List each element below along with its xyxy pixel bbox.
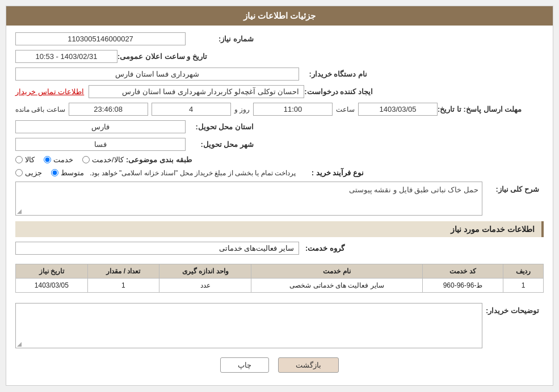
city-label: شهر محل تحویل: [186, 140, 254, 149]
col-unit: واحد اندازه گیری [159, 264, 251, 279]
print-button[interactable]: چاپ [220, 357, 269, 373]
category-kala-khadamat-item[interactable]: کالا/خدمت [82, 155, 124, 164]
desc-value: حمل خاک نباتی طبق فایل و نقشه پیوستی [349, 186, 478, 194]
service-info-header: اطلاعات خدمات مورد نیاز [15, 221, 544, 237]
process-motovaset-radio[interactable] [51, 169, 58, 176]
buyer-org-label: نام دستگاه خریدار: [299, 70, 367, 78]
province-label: استان محل تحویل: [186, 123, 254, 131]
process-radio-group: متوسط جزیی [15, 168, 84, 177]
contact-link[interactable]: اطلاعات تماس خریدار [15, 87, 84, 96]
deadline-time: 11:00 [253, 103, 333, 116]
deadline-day-label: روز و [234, 106, 250, 113]
buttons-row: بازگشت چاپ [15, 357, 544, 378]
table-cell: ط-96-96-960 [422, 279, 503, 293]
process-jazei-item[interactable]: جزیی [15, 168, 42, 177]
col-date: تاریخ نیاز [16, 264, 88, 279]
deadline-date: 1403/03/05 [358, 103, 438, 116]
page-title: جزئیات اطلاعات نیاز [6, 6, 553, 26]
service-group-label: گروه خدمت: [299, 244, 344, 252]
process-label: نوع فرآیند خرید : [296, 168, 364, 177]
need-number-value: 1103005146000027 [15, 32, 186, 45]
col-code: کد خدمت [422, 264, 503, 279]
date-time-value: 1403/02/31 - 10:53 [15, 50, 117, 63]
category-kala-item[interactable]: کالا [15, 155, 35, 164]
process-jazei-label: جزیی [25, 168, 42, 177]
back-button[interactable]: بازگشت [278, 357, 339, 373]
table-row: 1ط-96-96-960سایر فعالیت های خدماتی شخصیع… [16, 279, 544, 293]
table-cell: 1 [87, 279, 159, 293]
category-kala-label: کالا [25, 155, 35, 164]
process-jazei-radio[interactable] [15, 169, 23, 176]
deadline-remaining: 23:46:08 [69, 103, 148, 116]
col-row: ردیف [503, 264, 544, 279]
need-number-label: شماره نیاز: [186, 35, 254, 43]
buyer-desc-label: توضیحات خریدار: [482, 306, 539, 315]
category-kala-khadamat-label: کالا/خدمت [92, 155, 124, 164]
deadline-label: مهلت ارسال پاسخ: تا تاریخ: [438, 105, 522, 113]
creator-value: احسان توکلی آغچه‌لو کاربردار شهرداری فسا… [89, 85, 304, 98]
buyer-desc-box [15, 303, 482, 348]
date-time-label: تاریخ و ساعت اعلان عمومی: [117, 52, 207, 61]
deadline-time-label: ساعت [336, 106, 355, 113]
city-value: فسا [15, 138, 186, 151]
buyer-org-value: شهرداری فسا استان فارس [15, 68, 299, 81]
category-khadamat-label: خدمت [53, 155, 73, 164]
table-cell: عدد [159, 279, 251, 293]
process-note: پرداخت تمام یا بخشی از مبلغ خریداز محل "… [90, 169, 296, 177]
col-name: نام خدمت [251, 264, 422, 279]
process-motovaset-item[interactable]: متوسط [51, 168, 84, 177]
needs-table-container: ردیف کد خدمت نام خدمت واحد اندازه گیری ت… [15, 259, 544, 297]
process-motovaset-label: متوسط [61, 168, 84, 177]
category-khadamat-radio[interactable] [44, 156, 51, 163]
category-khadamat-item[interactable]: خدمت [44, 155, 73, 164]
table-cell: 1 [503, 279, 544, 293]
category-kala-khadamat-radio[interactable] [82, 156, 90, 163]
category-kala-radio[interactable] [15, 156, 23, 163]
creator-label: ایجاد کننده درخواست: [304, 87, 373, 96]
desc-label: شرح کلی نیاز: [482, 185, 539, 193]
needs-table: ردیف کد خدمت نام خدمت واحد اندازه گیری ت… [15, 264, 544, 293]
category-label: طبقه بندی موضوعی: [124, 155, 192, 164]
service-group-value: سایر فعالیت‌های خدماتی [15, 242, 299, 255]
table-cell: 1403/03/05 [16, 279, 88, 293]
desc-box: حمل خاک نباتی طبق فایل و نقشه پیوستی [15, 182, 482, 216]
col-qty: تعداد / مقدار [87, 264, 159, 279]
table-cell: سایر فعالیت های خدماتی شخصی [251, 279, 422, 293]
deadline-remaining-label: ساعت باقی مانده [15, 106, 65, 113]
province-value: فارس [15, 120, 186, 133]
deadline-days: 4 [152, 103, 231, 116]
category-radio-group: کالا/خدمت خدمت کالا [15, 155, 124, 164]
